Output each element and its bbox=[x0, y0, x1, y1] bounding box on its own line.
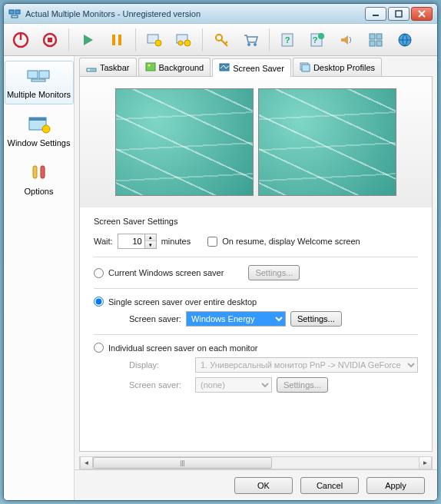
app-icon bbox=[8, 8, 21, 20]
svg-rect-41 bbox=[41, 166, 45, 178]
tab-label: Taskbar bbox=[100, 63, 130, 72]
svg-line-21 bbox=[225, 41, 227, 44]
scroll-track[interactable] bbox=[93, 457, 419, 469]
cancel-button[interactable]: Cancel bbox=[300, 477, 359, 494]
apply-button[interactable]: Apply bbox=[366, 477, 425, 494]
main-toolbar: ? ? bbox=[4, 24, 437, 56]
mode-individual-row: Individual screen saver on each monitor bbox=[94, 343, 418, 353]
mode-single-label[interactable]: Single screen saver over entire desktop bbox=[108, 297, 257, 307]
close-button[interactable] bbox=[411, 7, 433, 21]
svg-rect-34 bbox=[28, 71, 38, 78]
svg-point-45 bbox=[148, 64, 150, 66]
sidebar-item-label: Window Settings bbox=[8, 138, 71, 148]
single-saver-field: Screen saver: bbox=[129, 314, 181, 323]
tab-label: Screen Saver bbox=[233, 64, 284, 73]
single-settings-button[interactable]: Settings... bbox=[290, 311, 342, 327]
indiv-saver-select[interactable]: (none) bbox=[195, 377, 272, 393]
tab-strip: Taskbar Background Screen Saver Desktop … bbox=[75, 56, 437, 76]
indiv-saver-row: Screen saver: (none) Settings... bbox=[129, 377, 418, 393]
tab-desktop-profiles[interactable]: Desktop Profiles bbox=[293, 58, 382, 76]
indiv-settings-button[interactable]: Settings... bbox=[277, 377, 328, 393]
minimize-button[interactable] bbox=[365, 7, 386, 21]
svg-rect-43 bbox=[88, 69, 90, 71]
scroll-right-arrow[interactable]: ► bbox=[419, 457, 432, 469]
mode-single-radio[interactable] bbox=[94, 297, 104, 307]
panel-gear-icon[interactable] bbox=[144, 27, 165, 53]
panel-gear-2-icon[interactable] bbox=[173, 27, 194, 53]
svg-point-17 bbox=[184, 40, 191, 46]
window-title: Actual Multiple Monitors - Unregistered … bbox=[25, 9, 359, 18]
tab-content: Screen Saver Settings Wait: ▲ ▼ minutes bbox=[79, 76, 433, 452]
globe-icon[interactable] bbox=[394, 27, 416, 53]
wait-units: minutes bbox=[161, 237, 191, 246]
wait-spin-down[interactable]: ▼ bbox=[145, 241, 156, 248]
main-panel: Taskbar Background Screen Saver Desktop … bbox=[75, 56, 437, 500]
wait-input[interactable] bbox=[118, 234, 145, 249]
on-resume-label[interactable]: On resume, display Welcome screen bbox=[222, 237, 360, 246]
single-saver-select[interactable]: Windows Energy bbox=[186, 311, 286, 327]
svg-rect-30 bbox=[376, 34, 382, 39]
indiv-display-row: Display: 1. Универсальный монитор PnP ->… bbox=[129, 357, 418, 373]
svg-text:?: ? bbox=[285, 35, 290, 45]
sidebar-item-options[interactable]: Options bbox=[5, 158, 74, 201]
svg-rect-31 bbox=[370, 41, 375, 46]
tab-taskbar[interactable]: Taskbar bbox=[79, 58, 137, 76]
tab-background[interactable]: Background bbox=[138, 58, 211, 76]
svg-marker-11 bbox=[84, 35, 93, 45]
cart-icon[interactable] bbox=[240, 27, 261, 53]
svg-rect-13 bbox=[118, 35, 121, 45]
wait-label: Wait: bbox=[94, 237, 113, 246]
grid-icon[interactable] bbox=[365, 27, 386, 53]
mode-individual-label[interactable]: Individual screen saver on each monitor bbox=[108, 343, 257, 353]
tab-label: Desktop Profiles bbox=[313, 63, 375, 72]
svg-point-22 bbox=[247, 43, 250, 46]
sidebar: Multiple Monitors Window Settings Option… bbox=[4, 56, 75, 500]
mode-current-radio[interactable] bbox=[94, 268, 104, 278]
tab-screen-saver[interactable]: Screen Saver bbox=[212, 58, 291, 77]
tab-label: Background bbox=[159, 63, 204, 72]
single-saver-row: Screen saver: Windows Energy Settings... bbox=[129, 311, 418, 327]
monitors-icon bbox=[25, 66, 53, 88]
scroll-left-arrow[interactable]: ◄ bbox=[80, 457, 93, 469]
wait-spin-up[interactable]: ▲ bbox=[145, 234, 156, 241]
window-settings-icon bbox=[25, 114, 53, 136]
on-resume-checkbox[interactable] bbox=[207, 237, 217, 247]
indiv-display-select[interactable]: 1. Универсальный монитор PnP -> NVIDIA G… bbox=[195, 357, 418, 373]
power-icon[interactable] bbox=[10, 27, 32, 53]
mode-current-label[interactable]: Current Windows screen saver bbox=[108, 268, 224, 277]
key-icon[interactable] bbox=[211, 27, 232, 53]
mode-single-row: Single screen saver over entire desktop bbox=[94, 297, 418, 307]
svg-point-39 bbox=[42, 125, 50, 133]
help-plus-icon[interactable]: ? bbox=[307, 27, 328, 53]
mode-current-settings-button[interactable]: Settings... bbox=[248, 265, 300, 280]
mode-individual-radio[interactable] bbox=[94, 343, 104, 353]
horizontal-scrollbar[interactable]: ◄ ► bbox=[79, 456, 433, 469]
indiv-display-field: Display: bbox=[129, 360, 191, 370]
svg-rect-35 bbox=[39, 71, 49, 78]
wait-spinner: ▲ ▼ bbox=[118, 234, 157, 249]
svg-point-28 bbox=[318, 33, 324, 39]
svg-point-18 bbox=[178, 41, 183, 45]
maximize-button[interactable] bbox=[388, 7, 410, 21]
svg-rect-40 bbox=[33, 166, 37, 178]
scroll-thumb[interactable] bbox=[93, 457, 272, 469]
svg-rect-2 bbox=[12, 15, 18, 18]
sidebar-item-multiple-monitors[interactable]: Multiple Monitors bbox=[5, 61, 74, 104]
taskbar-icon bbox=[86, 61, 97, 74]
stop-icon[interactable] bbox=[39, 27, 61, 53]
play-icon[interactable] bbox=[77, 27, 98, 53]
svg-rect-10 bbox=[48, 38, 52, 42]
sound-icon[interactable] bbox=[336, 27, 357, 53]
pause-icon[interactable] bbox=[106, 27, 128, 53]
svg-rect-29 bbox=[370, 34, 375, 39]
help-icon[interactable]: ? bbox=[277, 27, 299, 53]
wait-row: Wait: ▲ ▼ minutes On resume, display Wel… bbox=[94, 234, 418, 249]
options-icon bbox=[25, 163, 53, 184]
screensaver-preview-monitor-2 bbox=[258, 88, 396, 196]
svg-rect-36 bbox=[32, 79, 45, 81]
titlebar[interactable]: Actual Multiple Monitors - Unregistered … bbox=[4, 4, 437, 24]
sidebar-item-window-settings[interactable]: Window Settings bbox=[5, 109, 74, 153]
svg-rect-0 bbox=[9, 10, 14, 14]
ok-button[interactable]: OK bbox=[234, 477, 293, 494]
profiles-icon bbox=[300, 61, 310, 74]
